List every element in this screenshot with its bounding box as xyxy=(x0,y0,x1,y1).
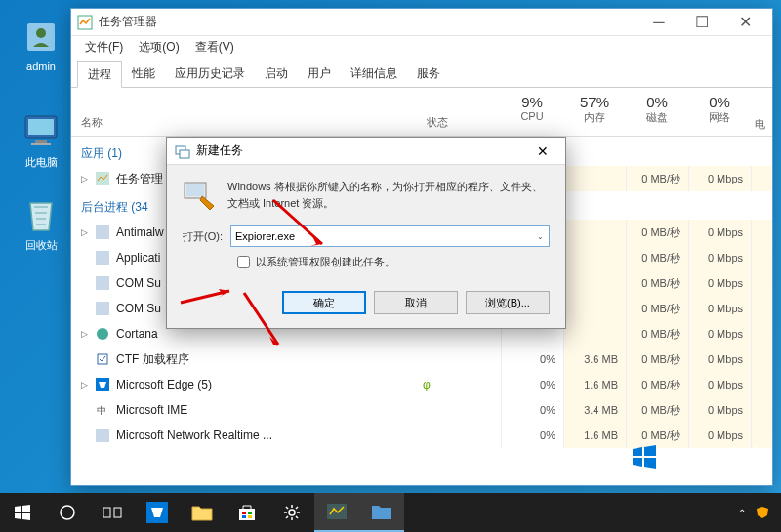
taskbar-explorer[interactable] xyxy=(180,493,225,532)
svg-rect-22 xyxy=(103,508,110,517)
tray-shield-icon[interactable] xyxy=(756,506,769,519)
window-title: 任务管理器 xyxy=(99,14,637,30)
table-row[interactable]: CTF 加载程序0%3.6 MB0 MB/秒0 Mbps xyxy=(71,347,772,372)
admin-checkbox[interactable] xyxy=(237,256,250,268)
col-power[interactable]: 电 xyxy=(751,88,772,136)
run-icon xyxy=(183,179,216,212)
open-label: 打开(O): xyxy=(183,229,223,244)
svg-point-30 xyxy=(289,510,295,515)
col-mem[interactable]: 57%内存 xyxy=(563,88,626,136)
tabs: 进程 性能 应用历史记录 启动 用户 详细信息 服务 xyxy=(71,58,772,88)
user-icon xyxy=(21,18,61,57)
table-row[interactable]: ▷Microsoft Edge (5)φ0%1.6 MB0 MB/秒0 Mbps xyxy=(71,372,772,397)
dialog-titlebar[interactable]: 新建任务 ✕ xyxy=(167,138,565,165)
tab-performance[interactable]: 性能 xyxy=(122,61,165,87)
menu-view[interactable]: 查看(V) xyxy=(187,37,242,58)
desktop-icon-pc[interactable]: 此电脑 xyxy=(12,112,70,170)
svg-rect-27 xyxy=(248,512,252,514)
admin-checkbox-label[interactable]: 以系统管理权限创建此任务。 xyxy=(256,255,395,269)
taskbar-store[interactable] xyxy=(225,493,269,532)
windows-logo-icon xyxy=(631,443,658,471)
svg-rect-4 xyxy=(35,140,47,143)
svg-point-21 xyxy=(61,506,74,519)
col-status[interactable]: 状态 xyxy=(423,88,501,136)
system-tray[interactable]: ⌃ xyxy=(738,506,781,519)
desktop-icon-label: 此电脑 xyxy=(25,156,58,168)
svg-point-1 xyxy=(36,28,46,38)
browse-button[interactable]: 浏览(B)... xyxy=(466,291,550,314)
menu-file[interactable]: 文件(F) xyxy=(77,37,131,58)
watermark-title: Win10之家 xyxy=(664,442,767,471)
menubar: 文件(F) 选项(O) 查看(V) xyxy=(71,36,772,58)
maximize-button[interactable]: ☐ xyxy=(680,9,723,36)
svg-rect-18 xyxy=(180,150,189,158)
cancel-button[interactable]: 取消 xyxy=(374,291,458,314)
tab-details[interactable]: 详细信息 xyxy=(341,61,407,87)
svg-point-12 xyxy=(97,328,108,340)
new-task-dialog: 新建任务 ✕ Windows 将根据你所键入的名称，为你打开相应的程序、文件夹、… xyxy=(166,137,566,329)
svg-text:中: 中 xyxy=(97,405,106,416)
svg-rect-5 xyxy=(31,143,51,145)
computer-icon xyxy=(21,112,61,151)
table-row[interactable]: 中Microsoft IME0%3.4 MB0 MB/秒0 Mbps xyxy=(71,397,772,423)
ok-button[interactable]: 确定 xyxy=(282,291,366,314)
tab-users[interactable]: 用户 xyxy=(298,61,341,87)
taskmgr-icon xyxy=(77,15,93,30)
col-cpu[interactable]: 9%CPU xyxy=(501,88,563,136)
desktop-background: admin 此电脑 回收站 任务管理器 ─ ☐ ✕ 文件(F) 选项(O) 查看… xyxy=(0,0,781,532)
tray-chevron-icon[interactable]: ⌃ xyxy=(738,508,746,518)
expand-icon[interactable]: ▷ xyxy=(81,174,95,184)
start-button[interactable] xyxy=(0,493,45,532)
titlebar[interactable]: 任务管理器 ─ ☐ ✕ xyxy=(71,9,772,36)
svg-rect-23 xyxy=(114,508,121,517)
dropdown-icon[interactable]: ⌄ xyxy=(532,227,548,245)
svg-rect-26 xyxy=(242,512,246,514)
tab-history[interactable]: 应用历史记录 xyxy=(165,61,255,87)
cortana-button[interactable] xyxy=(45,493,90,532)
col-disk[interactable]: 0%磁盘 xyxy=(626,88,688,136)
process-icon xyxy=(95,171,110,186)
taskbar: ⌃ xyxy=(0,493,781,532)
run-dialog-icon xyxy=(175,143,190,159)
tab-startup[interactable]: 启动 xyxy=(255,61,298,87)
svg-rect-11 xyxy=(96,302,109,315)
desktop-icon-recyclebin[interactable]: 回收站 xyxy=(12,195,70,253)
taskbar-settings[interactable] xyxy=(269,493,314,532)
columns-header: 名称 状态 9%CPU 57%内存 0%磁盘 0%网络 电 xyxy=(71,88,772,137)
dialog-title: 新建任务 xyxy=(196,143,528,159)
menu-options[interactable]: 选项(O) xyxy=(131,37,186,58)
open-input[interactable] xyxy=(230,225,550,247)
close-button[interactable]: ✕ xyxy=(723,9,766,36)
svg-rect-29 xyxy=(248,515,252,518)
svg-rect-20 xyxy=(186,184,204,196)
desktop-icon-label: 回收站 xyxy=(25,239,58,251)
tab-services[interactable]: 服务 xyxy=(407,61,450,87)
taskbar-taskmgr[interactable] xyxy=(314,493,359,532)
minimize-button[interactable]: ─ xyxy=(637,9,680,36)
svg-rect-8 xyxy=(96,225,109,239)
desktop-icon-admin[interactable]: admin xyxy=(12,18,70,72)
taskview-button[interactable] xyxy=(90,493,135,532)
dialog-close-button[interactable]: ✕ xyxy=(528,143,557,159)
watermark: Win10之家 www.win10xitong.com xyxy=(631,442,767,485)
svg-rect-25 xyxy=(239,509,255,520)
desktop-icon-label: admin xyxy=(26,61,56,72)
taskbar-explorer-running[interactable] xyxy=(359,493,404,532)
svg-rect-9 xyxy=(96,251,109,265)
svg-rect-10 xyxy=(96,276,109,290)
dialog-message: Windows 将根据你所键入的名称，为你打开相应的程序、文件夹、文档或 Int… xyxy=(227,179,550,212)
tab-processes[interactable]: 进程 xyxy=(77,61,122,88)
col-name[interactable]: 名称 xyxy=(71,88,423,136)
svg-rect-3 xyxy=(28,119,54,135)
col-net[interactable]: 0%网络 xyxy=(688,88,751,136)
svg-rect-28 xyxy=(242,515,246,518)
recycle-bin-icon xyxy=(21,195,61,234)
svg-rect-16 xyxy=(96,429,109,442)
taskbar-edge[interactable] xyxy=(135,493,180,532)
open-combobox[interactable]: ⌄ xyxy=(230,225,550,247)
watermark-url: www.win10xitong.com xyxy=(631,471,767,485)
